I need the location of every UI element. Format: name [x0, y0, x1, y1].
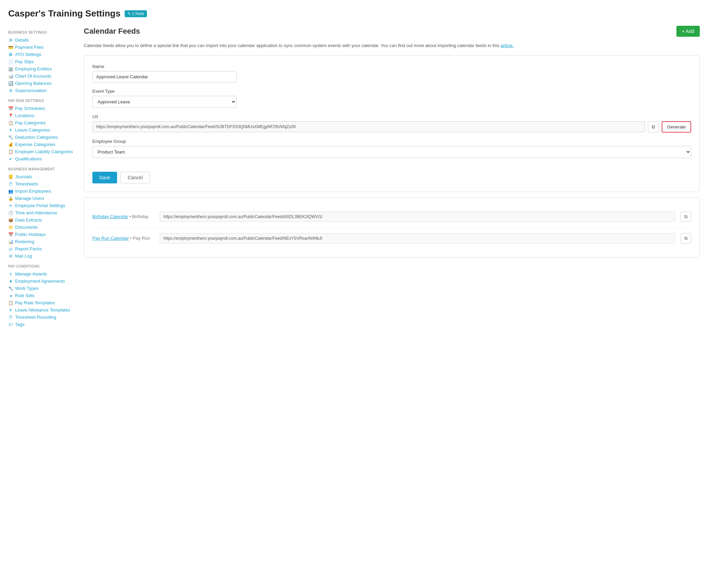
sidebar-label-timesheets: Timesheets	[15, 181, 38, 186]
sidebar-section-label: BUSINESS SETTINGS	[8, 31, 73, 34]
sidebar-label-chart-of-accounts: Chart Of Accounts	[15, 74, 52, 79]
note-badge[interactable]: ✎ 1 Note	[125, 10, 147, 17]
sidebar-label-qualifications: Qualifications	[15, 156, 42, 161]
page-wrapper: Casper's Training Settings ✎ 1 Note BUSI…	[0, 0, 708, 588]
sidebar-label-import-employees: Import Employees	[15, 189, 51, 194]
sidebar-item-ato-settings[interactable]: 🏛ATO Settings	[8, 51, 73, 58]
sidebar-item-timesheets[interactable]: ⏱Timesheets	[8, 180, 73, 188]
calendar-copy-btn-1[interactable]: ⧉	[681, 233, 691, 244]
sidebar-item-details[interactable]: ⚙Details	[8, 36, 73, 44]
sidebar-label-superannuation: Superannuation	[15, 88, 47, 93]
sidebar-item-timesheet-rounding[interactable]: ⏱Timesheet Rounding	[8, 314, 73, 321]
sidebar-label-journals: Journals	[15, 174, 32, 179]
sidebar-item-deduction-categories[interactable]: 🔧Deduction Categories	[8, 134, 73, 141]
calendar-feed-form-card: Name Event Type Approved LeaveBirthdayPa…	[84, 55, 700, 192]
sidebar-item-employer-liability-categories[interactable]: 📋Employer Liability Categories	[8, 148, 73, 155]
sidebar-item-documents[interactable]: 📁Documents	[8, 224, 73, 231]
sidebar-item-pay-rate-templates[interactable]: 📋Pay Rate Templates	[8, 299, 73, 306]
sidebar-item-qualifications[interactable]: ✔Qualifications	[8, 155, 73, 162]
sidebar-icon-timesheets: ⏱	[8, 182, 13, 186]
sidebar-icon-data-extracts: 📦	[8, 218, 13, 223]
sidebar-item-tags[interactable]: 🏷Tags	[8, 321, 73, 328]
sidebar-item-time-and-attendance[interactable]: 🕐Time and Attendance	[8, 209, 73, 216]
sidebar-icon-time-and-attendance: 🕐	[8, 211, 13, 215]
sidebar-section-label: BUSINESS MANAGEMENT	[8, 167, 73, 171]
sidebar-item-employing-entities[interactable]: 🏢Employing Entities	[8, 65, 73, 72]
article-link[interactable]: article.	[501, 43, 514, 48]
sidebar-item-opening-balances[interactable]: 🔄Opening Balances	[8, 80, 73, 87]
sidebar-label-employment-agreements: Employment Agreements	[15, 279, 65, 284]
save-button[interactable]: Save	[92, 172, 117, 183]
sidebar-icon-locations: 📍	[8, 113, 13, 118]
sidebar-item-rostering[interactable]: 📊Rostering	[8, 238, 73, 245]
sidebar-label-rostering: Rostering	[15, 239, 34, 244]
sidebar-label-employing-entities: Employing Entities	[15, 66, 52, 71]
sidebar-item-employee-portal-settings[interactable]: ✏Employee Portal Settings	[8, 202, 73, 209]
sidebar-icon-journals: 📒	[8, 174, 13, 179]
sidebar-item-expense-categories[interactable]: 💰Expense Categories	[8, 141, 73, 148]
sidebar-item-leave-allowance-templates[interactable]: ✈Leave Allowance Templates	[8, 306, 73, 314]
sidebar-label-opening-balances: Opening Balances	[15, 81, 52, 86]
sidebar-item-locations[interactable]: 📍Locations	[8, 112, 73, 119]
sidebar-label-manage-users: Manage Users	[15, 196, 44, 201]
sidebar-item-report-packs[interactable]: 🗂Report Packs	[8, 245, 73, 252]
sidebar-label-data-extracts: Data Extracts	[15, 217, 42, 223]
sidebar-label-employee-portal-settings: Employee Portal Settings	[15, 203, 65, 208]
sidebar-item-superannuation[interactable]: ⚙Superannuation	[8, 87, 73, 94]
cancel-button[interactable]: Cancel	[121, 172, 150, 183]
copy-url-button[interactable]: ⧉	[648, 121, 659, 133]
sidebar-icon-chart-of-accounts: 📊	[8, 74, 13, 79]
employee-group-select[interactable]: Product TeamAll Employees	[92, 146, 691, 158]
sidebar-label-details: Details	[15, 37, 29, 43]
sidebar-item-leave-categories[interactable]: ✈Leave Categories	[8, 126, 73, 134]
sidebar-icon-pay-rate-templates: 📋	[8, 301, 13, 305]
sidebar-item-data-extracts[interactable]: 📦Data Extracts	[8, 216, 73, 224]
sidebar-icon-mail-log: ✉	[8, 254, 13, 259]
sidebar-item-chart-of-accounts[interactable]: 📊Chart Of Accounts	[8, 72, 73, 80]
calendar-name-link-0[interactable]: Birthday Calendar	[92, 214, 128, 219]
sidebar-label-public-holidays: Public Holidays	[15, 232, 46, 237]
sidebar-icon-qualifications: ✔	[8, 157, 13, 161]
sidebar-label-manage-awards: Manage Awards	[15, 271, 47, 276]
sidebar-item-journals[interactable]: 📒Journals	[8, 173, 73, 180]
calendar-type-1: • Pay Run	[130, 236, 150, 241]
url-input[interactable]	[92, 121, 645, 132]
sidebar-icon-pay-schedules: 📅	[8, 106, 13, 111]
employee-group-group: Employee Group Product TeamAll Employees	[92, 139, 691, 158]
calendar-copy-btn-0[interactable]: ⧉	[681, 212, 691, 222]
generate-button[interactable]: Generate	[662, 121, 691, 133]
content-header: Calendar Feeds + Add	[84, 26, 700, 37]
sidebar-section-label: PAY CONDITIONS	[8, 264, 73, 268]
main-layout: BUSINESS SETTINGS⚙Details💳Payment Files🏛…	[8, 26, 700, 328]
sidebar-item-pay-categories[interactable]: 📋Pay Categories	[8, 119, 73, 126]
sidebar-icon-manage-users: 🔒	[8, 196, 13, 201]
event-type-select[interactable]: Approved LeaveBirthdayPay Run	[92, 96, 237, 108]
sidebar-label-expense-categories: Expense Categories	[15, 142, 55, 147]
sidebar-item-public-holidays[interactable]: 📅Public Holidays	[8, 231, 73, 238]
sidebar-item-employment-agreements[interactable]: ★Employment Agreements	[8, 278, 73, 285]
add-button[interactable]: + Add	[676, 26, 700, 37]
page-title: Casper's Training Settings	[8, 8, 121, 19]
url-label: Url	[92, 114, 691, 119]
sidebar-label-employer-liability-categories: Employer Liability Categories	[15, 149, 73, 154]
sidebar-item-mail-log[interactable]: ✉Mail Log	[8, 252, 73, 260]
sidebar-item-pay-schedules[interactable]: 📅Pay Schedules	[8, 105, 73, 112]
calendar-name-part-1: Pay Run Calendar • Pay Run	[92, 236, 154, 241]
sidebar-item-import-employees[interactable]: 👥Import Employees	[8, 188, 73, 195]
sidebar-item-rule-sets[interactable]: ◂Rule Sets	[8, 292, 73, 299]
sidebar-icon-documents: 📁	[8, 225, 13, 230]
description-text: Calendar feeds allow you to define a spe…	[84, 42, 700, 49]
calendar-type-0: • Birthday	[129, 214, 149, 219]
calendar-url-input-1[interactable]	[160, 233, 675, 244]
sidebar-icon-leave-allowance-templates: ✈	[8, 308, 13, 313]
calendar-name-link-1[interactable]: Pay Run Calendar	[92, 236, 129, 241]
calendar-url-input-0[interactable]	[160, 212, 675, 222]
sidebar-item-manage-users[interactable]: 🔒Manage Users	[8, 195, 73, 202]
sidebar-item-pay-slips[interactable]: 📄Pay Slips	[8, 58, 73, 65]
sidebar-item-payment-files[interactable]: 💳Payment Files	[8, 44, 73, 51]
sidebar-item-manage-awards[interactable]: ≡Manage Awards	[8, 270, 73, 278]
name-input[interactable]	[92, 71, 237, 82]
sidebar-label-pay-categories: Pay Categories	[15, 120, 46, 125]
sidebar-item-work-types[interactable]: 🔧Work Types	[8, 285, 73, 292]
sidebar-icon-pay-slips: 📄	[8, 59, 13, 64]
